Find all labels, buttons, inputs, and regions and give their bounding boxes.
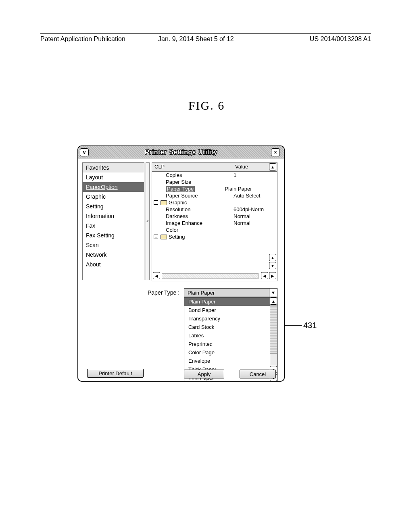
tree-column-name[interactable]: CLP (152, 164, 233, 170)
tree-row: Paper SourceAuto Select (152, 192, 277, 199)
tree-scroll-buttons: ▲ ▼ (269, 254, 276, 270)
cancel-button[interactable]: Cancel (240, 370, 276, 378)
tree-row-label[interactable]: Paper Source (166, 193, 234, 199)
sidebar-item-information[interactable]: Information (83, 211, 144, 221)
window-title: Printer Settings Utility (78, 149, 284, 156)
paper-type-dropdown[interactable]: Plain Paper ▼ (184, 288, 277, 297)
sidebar-item-paperoption[interactable]: PaperOption (83, 182, 144, 192)
tree-row-label[interactable]: Paper Type (166, 186, 195, 192)
tree-row: DarknessNormal (152, 213, 277, 220)
figure-label: FIG. 6 (0, 99, 413, 112)
tree-group-graphic[interactable]: − Graphic (152, 199, 277, 206)
tree-row-label[interactable]: Color (166, 227, 234, 233)
scroll-down-icon[interactable]: ▼ (269, 262, 276, 269)
sidebar-item-fax[interactable]: Fax (83, 221, 144, 231)
tree-row-value: Normal (234, 213, 277, 219)
tree-row-label[interactable]: Copies (166, 172, 234, 178)
tree-row-value: Normal (234, 220, 277, 226)
tree-group-label: Graphic (169, 200, 187, 206)
paper-type-label: Paper Type : (148, 289, 179, 296)
settings-tree-panel: CLP Value ▲ Copies1 Paper Size Paper Typ… (152, 162, 277, 281)
tree-row: Copies1 (152, 172, 277, 179)
scroll-left-icon[interactable]: ◀ (153, 272, 160, 279)
printer-settings-window: v Printer Settings Utility × Favorites L… (77, 145, 285, 382)
scroll-right-icon[interactable]: ▶ (269, 272, 276, 279)
tree-row-label[interactable]: Resolution (166, 206, 234, 212)
tree-row-value: Auto Select (234, 193, 277, 199)
collapse-icon[interactable]: − (154, 200, 158, 205)
tree-column-headers: CLP Value ▲ (152, 163, 277, 172)
paper-type-option[interactable]: Bond Paper (184, 306, 277, 314)
paper-type-options-list[interactable]: Plain Paper Bond Paper Transparency Card… (184, 297, 277, 382)
window-body: Favorites Layout PaperOption Graphic Set… (78, 158, 284, 381)
sidebar-item-favorites[interactable]: Favorites (83, 163, 144, 172)
sidebar-item-faxsetting[interactable]: Fax Setting (83, 231, 144, 240)
tree-row: Image EnhanceNormal (152, 220, 277, 227)
paper-type-option[interactable]: Transparency (184, 314, 277, 323)
printer-default-button[interactable]: Printer Default (87, 369, 144, 378)
tree-horizontal-scrollbar[interactable]: ◀ ◀ ▶ (153, 272, 276, 280)
options-scrollbar[interactable]: ▲ ▲ ▼ (270, 297, 277, 382)
sidebar-item-about[interactable]: About (83, 260, 144, 269)
page-header-middle: Jan. 9, 2014 Sheet 5 of 12 (158, 35, 234, 43)
callout-leader-line (285, 325, 302, 326)
page-header-right: US 2014/0013208 A1 (310, 35, 371, 43)
tree-column-value[interactable]: Value (233, 164, 250, 170)
scroll-up-button[interactable]: ▲ (269, 163, 276, 170)
category-sidebar[interactable]: Favorites Layout PaperOption Graphic Set… (82, 162, 144, 280)
tree-row-label[interactable]: Darkness (166, 213, 234, 219)
tree-row: Resolution600dpi-Norm (152, 206, 277, 213)
tree-row-value (234, 227, 277, 233)
sidebar-item-setting[interactable]: Setting (83, 202, 144, 211)
page-header-left: Patent Application Publication (40, 35, 125, 43)
scroll-up-icon[interactable]: ▲ (270, 297, 277, 305)
paper-type-option[interactable]: Color Page (184, 348, 277, 357)
sidebar-item-network[interactable]: Network (83, 250, 144, 260)
tree-row: Color (152, 227, 277, 233)
tree-row-label[interactable]: Image Enhance (166, 220, 234, 226)
tree-row-value: 1 (234, 172, 277, 178)
paper-type-option[interactable]: Plain Paper (184, 297, 277, 306)
tree-row-value: Plain Paper (195, 186, 277, 192)
close-icon: × (274, 150, 277, 155)
paper-type-option[interactable]: Envelope (184, 357, 277, 365)
paper-type-option[interactable]: Lables (184, 331, 277, 340)
paper-type-option[interactable]: Preprinted (184, 340, 277, 348)
tree-group-label: Setting (169, 234, 185, 240)
titlebar: v Printer Settings Utility × (78, 146, 284, 158)
scroll-left-icon[interactable]: ◀ (261, 272, 268, 279)
tree-row-label[interactable]: Paper Size (166, 179, 234, 185)
tree-group-setting[interactable]: − Setting (152, 233, 277, 240)
sidebar-item-graphic[interactable]: Graphic (83, 192, 144, 202)
tree-row: Paper Size (152, 179, 277, 185)
sidebar-item-scan[interactable]: Scan (83, 240, 144, 250)
folder-icon (161, 200, 167, 205)
sidebar-item-layout[interactable]: Layout (83, 172, 144, 182)
apply-button[interactable]: Apply (184, 370, 224, 378)
paper-type-selected: Plain Paper (184, 289, 269, 297)
header-rule (40, 33, 371, 34)
scrollbar-track[interactable] (162, 273, 259, 279)
folder-icon (161, 235, 167, 239)
tree-row-selected: Paper TypePlain Paper (152, 185, 277, 192)
tree-row-value: 600dpi-Norm (234, 206, 277, 212)
tree-row-value (234, 179, 277, 185)
close-button[interactable]: × (271, 148, 280, 156)
collapse-icon[interactable]: − (154, 235, 158, 239)
scroll-up-icon[interactable]: ▲ (269, 254, 276, 261)
splitter-handle[interactable]: < (146, 162, 150, 280)
scrollbar-thumb[interactable] (270, 305, 277, 354)
settings-tree[interactable]: Copies1 Paper Size Paper TypePlain Paper… (152, 172, 277, 271)
callout-reference-number: 431 (303, 321, 317, 330)
paper-type-option[interactable]: Card Stock (184, 323, 277, 331)
chevron-down-icon[interactable]: ▼ (269, 289, 277, 297)
